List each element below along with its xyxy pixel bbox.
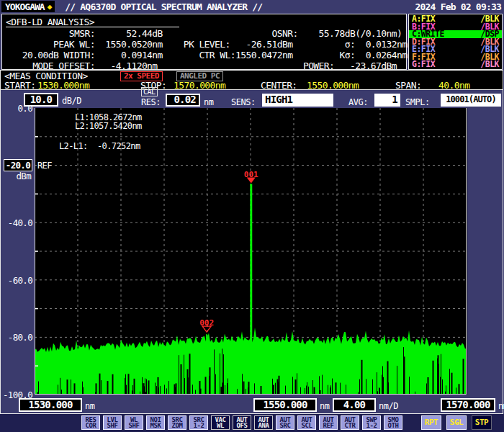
y-axis-label: -60.0 <box>8 275 32 286</box>
button-label: MSK <box>150 423 161 428</box>
analysis-line: PEAK WL: 1550.0520nm PK LEVEL: -26.51dBm… <box>6 39 406 50</box>
softkey-bar: RESCORLVLSHFWLSHFNOIMSKSRCZOMSRC1-2VACWL… <box>0 414 504 432</box>
chart-annotation: L2:1057.5420nm <box>75 121 142 131</box>
cal-badge: CAL <box>141 87 158 96</box>
trace-mode: /BLK <box>480 60 499 68</box>
menu-button-aut-ref[interactable]: AUTREF <box>319 415 338 430</box>
button-label: ANA <box>258 423 269 428</box>
spectrum-plot: 001002L1:1058.2672nmL2:1057.5420nmL2-L1:… <box>35 108 467 395</box>
button-label: OTH <box>388 423 399 428</box>
analysis-line: 20.00dB WIDTH: 0.0914nm CTR WL:1550.0472… <box>6 50 406 60</box>
y-axis-unit: dBm <box>17 171 31 181</box>
y-axis-label[interactable]: -20.0 <box>4 159 32 171</box>
trace-name: G:FIX <box>412 60 435 68</box>
span-label: SPAN: <box>395 80 421 91</box>
x-axis-unit: nm <box>498 401 504 411</box>
res-value-box[interactable]: 0.02 <box>166 94 200 107</box>
sweep-button-stp[interactable]: STP <box>472 415 492 430</box>
button-label: SCL <box>302 423 312 428</box>
center-label: CENTER: <box>261 80 297 91</box>
x-axis-value-box[interactable]: 4.00 <box>333 398 376 412</box>
window-title: // AQ6370D OPTICAL SPECTRUM ANALYZER // <box>65 1 262 12</box>
x-axis-value-box[interactable]: 1530.000 <box>19 398 82 412</box>
button-label: SHF <box>129 423 140 428</box>
menu-button-aut-ana[interactable]: AUTANA <box>254 415 273 430</box>
menu-button-src-1-2[interactable]: SRC1-2 <box>189 415 208 430</box>
menu-button-aut-src[interactable]: AUTSRC <box>276 415 294 430</box>
datetime: 2024 Feb 02 09:33 <box>415 1 501 12</box>
chart-annotation: REF <box>37 161 52 171</box>
menu-button-aut-ofs[interactable]: AUTOFS <box>233 415 251 430</box>
start-label: START: <box>4 80 35 91</box>
y-axis-label: -40.0 <box>8 217 32 228</box>
analysis-title: <DFB-LD ANALYSIS> <box>6 17 179 27</box>
analysis-line: SMSR: 52.44dB OSNR: 55.78dB(/0.10nm) <box>6 28 406 39</box>
menu-button-noi-msk[interactable]: NOIMSK <box>146 415 165 430</box>
dfb-ld-analysis-panel: <DFB-LD ANALYSIS> SMSR: 52.44dB OSNR: 55… <box>1 14 407 70</box>
marker-001-triangle-icon <box>247 178 256 184</box>
y-axis-labels: 0.0-20.0dBm-40.0-60.0-80.0-100.0 <box>0 108 34 396</box>
sweep-button-rpt[interactable]: RPT <box>421 415 441 430</box>
meas-condition-panel: <MEAS CONDITION> 2x SPEED ANGLED PC STAR… <box>0 70 503 90</box>
stop-value[interactable]: 1570.000nm <box>174 80 225 91</box>
x-axis-unit: nm/D <box>379 401 398 411</box>
smpl-label: SMPL: <box>405 97 430 107</box>
osa-screen: YOKOGAWA ◆ // AQ6370D OPTICAL SPECTRUM A… <box>0 0 504 432</box>
x-axis-value-box[interactable]: 1570.000 <box>441 398 495 412</box>
start-value[interactable]: 1530.000nm <box>37 80 89 91</box>
level-scale-unit: dB/D <box>62 96 81 106</box>
center-value[interactable]: 1550.000nm <box>307 80 359 91</box>
span-value[interactable]: 40.0nm <box>438 80 469 91</box>
trace-row-g[interactable]: G:FIX/BLK <box>409 60 502 68</box>
menu-button-aut-scl[interactable]: AUTSCL <box>297 415 316 430</box>
button-label: WL <box>217 423 224 428</box>
menu-button-res-cor[interactable]: RESCOR <box>81 415 100 430</box>
sweep-button-sgl[interactable]: SGL <box>446 415 467 430</box>
menu-button-wl-shf[interactable]: WLSHF <box>125 415 143 430</box>
menu-button-src-zom[interactable]: SRCZOM <box>168 415 186 430</box>
menu-button-aut-ctr[interactable]: AUTCTR <box>341 415 359 430</box>
button-label: 1-2 <box>366 423 377 428</box>
yokogawa-logo: YOKOGAWA ◆ <box>1 1 55 12</box>
button-label: SHF <box>107 423 118 428</box>
chart-annotation: L2-L1: -0.7252nm <box>59 141 140 151</box>
button-label: SRC <box>280 423 291 428</box>
button-label: ZOM <box>172 423 183 428</box>
avg-value-box[interactable]: 1 <box>374 94 400 107</box>
sens-label: SENS: <box>231 97 256 107</box>
x-axis-unit: nm <box>85 401 94 411</box>
header: YOKOGAWA ◆ // AQ6370D OPTICAL SPECTRUM A… <box>0 0 504 13</box>
menu-button-lvl-shf[interactable]: LVLSHF <box>103 415 122 430</box>
button-label: COR <box>86 423 96 428</box>
button-label: OFS <box>237 423 248 428</box>
x-axis-unit: nm <box>320 401 329 411</box>
logo-diamond-icon: ◆ <box>48 2 52 12</box>
menu-button-smo-oth[interactable]: SMOOTH <box>384 415 402 430</box>
avg-label: AVG: <box>348 97 368 107</box>
logo-text: YOKOGAWA <box>5 1 45 12</box>
smpl-value-box[interactable]: 10001(AUTO) <box>441 94 501 107</box>
sens-value-box[interactable]: HIGH1 <box>262 94 333 107</box>
menu-button-swp-1-2[interactable]: SWP1-2 <box>362 415 381 430</box>
y-axis-label: 0.0 <box>18 103 32 114</box>
x-axis-value-box[interactable]: 1550.000 <box>253 398 317 412</box>
menu-button-vac-wl[interactable]: VACWL <box>211 415 230 430</box>
res-label: RES: <box>141 97 161 107</box>
y-axis-label: -80.0 <box>8 332 32 343</box>
button-label: CTR <box>345 423 356 428</box>
button-label: 1-2 <box>194 423 204 428</box>
button-label: REF <box>323 423 334 428</box>
trace-panel: A:FIX/BLKB:FIX/BLKC:WRITE/DSPD:FIX/BLKE:… <box>408 14 503 70</box>
res-unit: nm <box>204 97 213 107</box>
